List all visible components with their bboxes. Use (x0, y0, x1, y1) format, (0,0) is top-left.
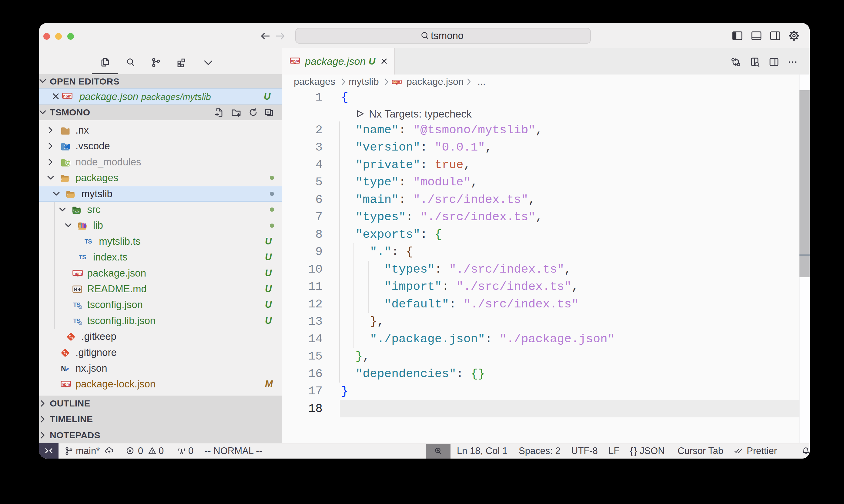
svg-text:TS: TS (73, 318, 80, 324)
svg-text:TS: TS (73, 301, 80, 308)
svg-text:JS: JS (66, 161, 70, 164)
svg-text:TS: TS (79, 254, 86, 260)
svg-text:</>: </> (74, 210, 80, 214)
svg-text:npm: npm (394, 80, 400, 84)
svg-text:TS: TS (85, 238, 92, 245)
svg-text:N: N (61, 365, 66, 373)
